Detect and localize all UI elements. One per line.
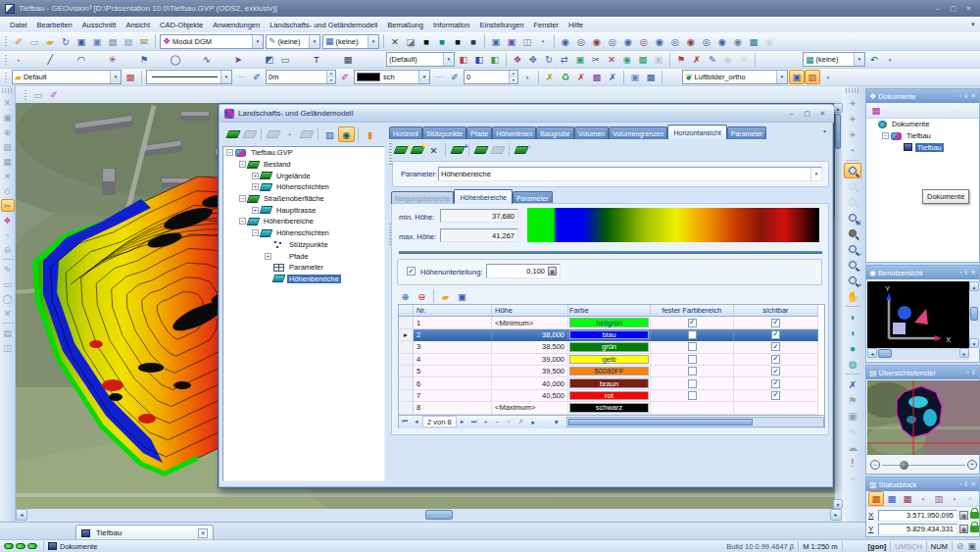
- tool-icon[interactable]: [356, 52, 371, 67]
- menu-hilfe[interactable]: Hilfe: [564, 21, 588, 29]
- new-icon[interactable]: ▭: [26, 34, 42, 49]
- raster-combo[interactable]: ❦Luftbilder_ortho▼: [682, 70, 788, 84]
- l10-icon[interactable]: ▫: [1, 228, 15, 241]
- m6-icon[interactable]: !: [844, 455, 861, 471]
- dialog-minimize-button[interactable]: –: [785, 109, 798, 119]
- tree-eye-icon[interactable]: ◉: [338, 126, 355, 142]
- l14-icon[interactable]: ◯: [1, 292, 15, 305]
- window3-icon[interactable]: ◫: [519, 34, 535, 49]
- toolbar-grip[interactable]: [4, 34, 9, 48]
- tool-icon[interactable]: [246, 52, 262, 67]
- dialog-close-button[interactable]: ✕: [816, 109, 829, 119]
- maximize-button[interactable]: ▢: [947, 4, 959, 14]
- info9-icon[interactable]: ◉: [683, 34, 699, 49]
- tab-overflow-icon[interactable]: ▼: [822, 128, 827, 134]
- menu-anwendungen[interactable]: Anwendungen: [208, 21, 265, 29]
- arc-icon[interactable]: ◠: [74, 52, 89, 67]
- color-cell[interactable]: schwarz: [569, 403, 649, 412]
- circle-icon[interactable]: ◯: [168, 52, 183, 67]
- erase-icon[interactable]: ✕: [604, 52, 619, 67]
- map-vscrollbar[interactable]: ▲ ▼: [835, 103, 842, 509]
- tab-pfade[interactable]: Pfade: [466, 126, 492, 139]
- table-row-5[interactable]: 539,500$0080FF✓: [399, 366, 824, 377]
- nav-first[interactable]: ⏮: [399, 416, 411, 427]
- win-more-icon[interactable]: ▾: [535, 34, 551, 49]
- zoom-extent-icon[interactable]: ⇄: [844, 273, 861, 288]
- sichtbar-checkbox[interactable]: ✓: [771, 379, 780, 388]
- nav-edit[interactable]: ◌: [539, 416, 551, 427]
- l1-icon[interactable]: ✕: [1, 96, 15, 109]
- width-pick-icon[interactable]: ✐: [337, 70, 353, 84]
- trim-icon[interactable]: ✂: [588, 52, 604, 67]
- table-hscrollbar[interactable]: [566, 417, 824, 427]
- panel-close-icon[interactable]: ✕: [971, 480, 976, 488]
- undo-icon[interactable]: ↶: [866, 52, 882, 67]
- info11-icon[interactable]: ◉: [714, 34, 730, 49]
- pan-more-icon[interactable]: ▾: [844, 142, 861, 158]
- map-hscrollbar[interactable]: ◄ ►: [16, 509, 842, 522]
- tree-expander[interactable]: −: [239, 195, 246, 202]
- panel-close-icon[interactable]: ✕: [971, 92, 976, 100]
- style-combo[interactable]: (Default)▼: [386, 52, 455, 67]
- l7-icon[interactable]: ◇: [1, 184, 15, 197]
- delete-icon[interactable]: ✕: [387, 34, 403, 49]
- paint1-icon[interactable]: ◧: [456, 52, 471, 67]
- panel-restore-icon[interactable]: ▫: [959, 92, 961, 100]
- x-lock-icon[interactable]: [970, 512, 979, 519]
- tool-icon[interactable]: [26, 52, 42, 67]
- m4-icon[interactable]: ✎: [844, 424, 861, 439]
- refresh-icon[interactable]: ↻: [58, 34, 74, 49]
- info5-icon[interactable]: ◉: [620, 34, 636, 49]
- panel-pin-icon[interactable]: ⇓: [971, 369, 976, 376]
- tree-item-bestand[interactable]: −Bestand: [223, 159, 384, 171]
- copy2-icon[interactable]: +: [449, 142, 466, 158]
- panel-pin-icon[interactable]: ⇓: [963, 480, 968, 488]
- star-icon[interactable]: ✳: [105, 52, 121, 67]
- fester-checkbox[interactable]: [688, 355, 697, 364]
- mark5-icon[interactable]: ✕: [736, 52, 752, 67]
- save-table-icon[interactable]: ▣: [454, 288, 470, 304]
- table-row-3[interactable]: 338,500grün✓: [399, 341, 824, 353]
- tab-horizontansicht[interactable]: Horizontansicht: [667, 125, 726, 139]
- hoehenunterteilung-checkbox[interactable]: ✓: [407, 267, 416, 276]
- match2-icon[interactable]: ▦: [635, 52, 651, 67]
- sb5-icon[interactable]: ✦: [962, 491, 978, 506]
- tree-item-stra-enoberfl-che[interactable]: −Straßenoberfläche: [223, 193, 384, 205]
- open-icon[interactable]: ▰: [42, 34, 58, 49]
- load-icon[interactable]: ▰: [437, 288, 454, 304]
- info4-icon[interactable]: ◎: [605, 34, 620, 49]
- paint-icon[interactable]: [472, 142, 489, 158]
- col-header-sichtbar[interactable]: sichtbar: [734, 305, 818, 317]
- linewidth-combo[interactable]: 0m▲▼: [266, 70, 336, 84]
- tool-icon[interactable]: [58, 52, 74, 67]
- mirror-icon[interactable]: ⇄: [557, 52, 572, 67]
- x-value-field[interactable]: 3.571.950,095: [878, 510, 957, 522]
- l16-icon[interactable]: ▤: [1, 326, 15, 339]
- panel-pin-icon[interactable]: ⇓: [963, 269, 968, 276]
- tree-image-icon[interactable]: ▨: [321, 126, 338, 142]
- zoom-in-icon[interactable]: +: [844, 241, 861, 257]
- tree-expander[interactable]: −: [239, 161, 246, 168]
- row-indicator-header[interactable]: [399, 305, 414, 317]
- zoom-doc-icon[interactable]: ▤: [844, 210, 861, 226]
- nav-delete[interactable]: −: [492, 416, 504, 427]
- text-icon[interactable]: T: [309, 52, 324, 67]
- info3-icon[interactable]: ◉: [589, 34, 605, 49]
- tree-del-icon[interactable]: [298, 126, 315, 142]
- zoom-next-icon[interactable]: [844, 194, 861, 210]
- hatch-style-combo[interactable]: ▦(keine)▼: [322, 34, 379, 49]
- sb3-icon[interactable]: ▦: [900, 491, 915, 506]
- tree-item-pfade[interactable]: +Pfade: [223, 250, 384, 262]
- nav-next[interactable]: ▸: [457, 416, 468, 427]
- menu-cad-objekte[interactable]: CAD-Objekte: [155, 21, 208, 29]
- zoom-colors-icon[interactable]: [844, 226, 861, 241]
- tree-item-höhenbereiche[interactable]: −Höhenbereiche: [223, 216, 384, 227]
- nav-last[interactable]: ⏭: [468, 416, 480, 427]
- line-pick-icon[interactable]: ✐: [249, 70, 265, 84]
- panel-restore-icon[interactable]: ▫: [959, 480, 961, 488]
- tab-volumen[interactable]: Volumen: [574, 126, 609, 139]
- y-calc-icon[interactable]: ▦: [959, 525, 968, 533]
- info1-icon[interactable]: ◉: [558, 34, 573, 49]
- zoom-in-icon[interactable]: +: [967, 460, 977, 470]
- sichtbar-checkbox[interactable]: ✓: [771, 319, 780, 327]
